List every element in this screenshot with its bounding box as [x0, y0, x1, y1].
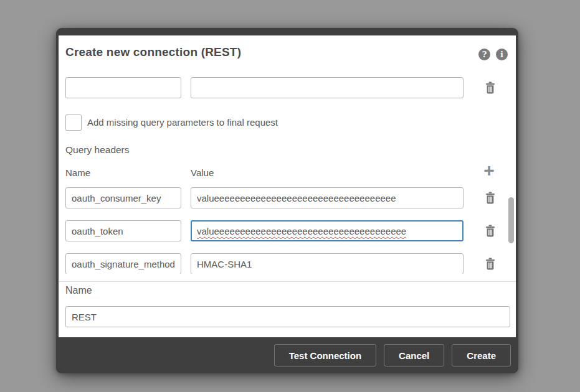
vertical-scrollbar-thumb[interactable] [508, 197, 514, 243]
focused-value-text: valueeeeeeeeeeeeeeeeeeeeeeeeeeeeeeeeeeee… [197, 226, 406, 236]
trash-icon [485, 230, 495, 239]
info-icon[interactable]: i [496, 49, 508, 60]
header-row-oauth-signature-method [59, 253, 516, 274]
trash-icon [485, 263, 495, 272]
create-button[interactable]: Create [452, 344, 511, 366]
trash-icon [485, 197, 495, 206]
trash-icon [485, 86, 495, 96]
query-headers-section-label: Query headers [65, 144, 130, 156]
dialog-footer: Test Connection Cancel Create [56, 337, 518, 373]
name-column-header: Name [65, 167, 90, 178]
header-value-input-focused[interactable]: valueeeeeeeeeeeeeeeeeeeeeeeeeeeeeeeeeeee… [191, 220, 464, 241]
dialog-title: Create new connection (REST) [65, 45, 241, 59]
delete-row-button[interactable] [485, 192, 496, 205]
connection-name-input[interactable] [65, 306, 510, 327]
cancel-button[interactable]: Cancel [384, 344, 444, 366]
plus-icon: + [483, 160, 495, 180]
header-row-oauth-token: valueeeeeeeeeeeeeeeeeeeeeeeeeeeeeeeeeeee… [59, 220, 516, 241]
dialog-body: Create new connection (REST) ? i [59, 35, 516, 337]
header-name-input[interactable] [65, 220, 181, 241]
add-header-button[interactable]: + [480, 162, 498, 179]
header-name-input[interactable] [65, 253, 181, 274]
query-headers-rows: valueeeeeeeeeeeeeeeeeeeeeeeeeeeeeeeeeeee… [59, 187, 516, 274]
test-connection-button[interactable]: Test Connection [274, 344, 376, 366]
query-param-row [59, 77, 516, 98]
header-row-oauth-consumer-key [59, 187, 516, 208]
title-icon-group: ? i [478, 49, 508, 60]
help-icon[interactable]: ? [478, 49, 490, 60]
section-divider [59, 281, 516, 282]
connection-name-label: Name [65, 285, 92, 296]
delete-row-button[interactable] [485, 258, 496, 271]
param-name-input[interactable] [65, 77, 181, 98]
value-column-header: Value [191, 167, 214, 178]
delete-row-button[interactable] [485, 225, 496, 238]
desktop-background: Create new connection (REST) ? i [0, 0, 580, 392]
header-name-input[interactable] [65, 187, 181, 208]
create-connection-dialog: Create new connection (REST) ? i [56, 28, 518, 373]
param-value-input[interactable] [191, 77, 464, 98]
add-missing-params-checkbox[interactable] [65, 114, 82, 131]
add-missing-params-label: Add missing query parameters to final re… [87, 117, 278, 128]
header-value-input[interactable] [191, 187, 464, 208]
header-value-input[interactable] [191, 253, 464, 274]
delete-row-button[interactable] [485, 82, 496, 95]
